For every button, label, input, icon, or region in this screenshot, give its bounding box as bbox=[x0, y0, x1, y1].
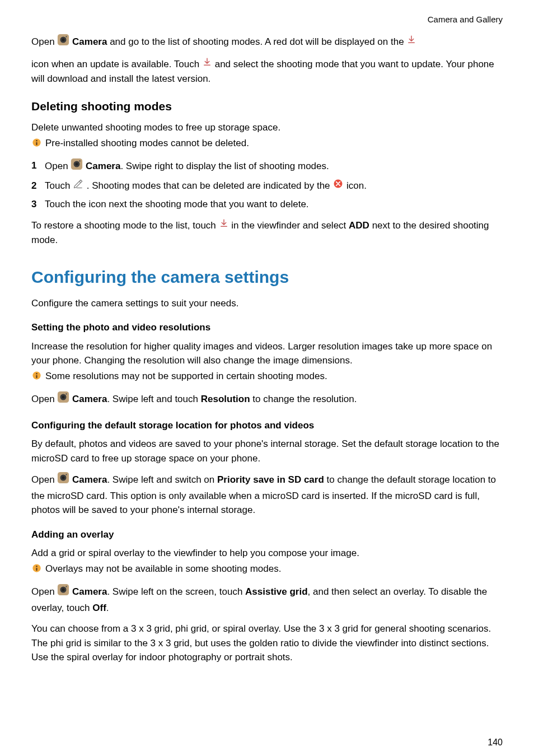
camera-icon bbox=[57, 34, 69, 50]
configuring-intro: Configure the camera settings to suit yo… bbox=[31, 296, 503, 311]
text: icon. bbox=[346, 180, 367, 191]
storage-p2: Open Camera. Swipe left and switch on Pr… bbox=[31, 472, 503, 517]
header-section: Camera and Gallery bbox=[31, 13, 503, 26]
camera-label: Camera bbox=[72, 36, 107, 47]
overlay-p1: Add a grid or spiral overlay to the view… bbox=[31, 546, 503, 561]
step-number: 1 bbox=[31, 158, 45, 173]
pencil-icon bbox=[73, 178, 84, 194]
text: . bbox=[106, 603, 109, 613]
resolutions-p1: Increase the resolution for higher quali… bbox=[31, 339, 503, 368]
add-label: ADD bbox=[349, 220, 369, 231]
note-preinstalled: Pre-installed shooting modes cannot be d… bbox=[31, 136, 503, 152]
camera-label: Camera bbox=[72, 586, 107, 597]
text: Open bbox=[45, 161, 71, 172]
text: . Swipe left and touch bbox=[107, 394, 200, 404]
step-body: Touch . Shooting modes that can be delet… bbox=[45, 179, 367, 194]
heading-resolutions: Setting the photo and video resolutions bbox=[31, 320, 503, 335]
note-resolutions: Some resolutions may not be supported in… bbox=[31, 369, 503, 385]
heading-deleting: Deleting shooting modes bbox=[31, 97, 503, 115]
text: to change the resolution. bbox=[250, 394, 357, 404]
resolutions-p2: Open Camera. Swipe left and touch Resolu… bbox=[31, 391, 503, 408]
step-number: 3 bbox=[31, 197, 45, 212]
delete-cross-icon bbox=[332, 178, 344, 194]
download-icon bbox=[406, 35, 416, 49]
heading-storage: Configuring the default storage location… bbox=[31, 418, 503, 433]
deleting-p1: Delete unwanted shooting modes to free u… bbox=[31, 120, 503, 135]
resolution-label: Resolution bbox=[201, 394, 250, 404]
off-label: Off bbox=[92, 603, 106, 613]
step-body: Open Camera. Swipe right to display the … bbox=[45, 158, 329, 175]
camera-label: Camera bbox=[72, 394, 107, 404]
text: . Swipe right to display the list of sho… bbox=[120, 161, 329, 172]
text: Open bbox=[31, 36, 57, 47]
overlay-p3: You can choose from a 3 x 3 grid, phi gr… bbox=[31, 622, 503, 665]
info-icon bbox=[31, 563, 42, 578]
text: and go to the list of shooting modes. A … bbox=[107, 36, 406, 47]
download-icon bbox=[219, 218, 229, 233]
step-1: 1 Open Camera. Swipe right to display th… bbox=[31, 158, 503, 175]
text: Open bbox=[31, 474, 57, 485]
step-body: Touch the icon next the shooting mode th… bbox=[45, 197, 309, 212]
text: icon when an update is available. Touch bbox=[31, 59, 202, 69]
note-overlay: Overlays may not be available in some sh… bbox=[31, 562, 503, 578]
storage-p1: By default, photos and videos are saved … bbox=[31, 437, 503, 465]
camera-icon bbox=[57, 391, 69, 408]
intro-paragraph: Open Camera and go to the list of shooti… bbox=[31, 34, 503, 51]
text: To restore a shooting mode to the list, … bbox=[31, 220, 219, 231]
camera-icon bbox=[57, 584, 69, 600]
note-text: Some resolutions may not be supported in… bbox=[45, 369, 327, 384]
step-number: 2 bbox=[31, 179, 45, 193]
overlay-p2: Open Camera. Swipe left on the screen, t… bbox=[31, 584, 503, 615]
sd-label: Priority save in SD card bbox=[217, 474, 324, 485]
text: Open bbox=[31, 394, 57, 404]
text: . Swipe left on the screen, touch bbox=[107, 586, 245, 597]
note-text: Overlays may not be available in some sh… bbox=[45, 562, 281, 576]
camera-icon bbox=[57, 472, 69, 488]
page-number: 140 bbox=[488, 736, 503, 749]
text: . Shooting modes that can be deleted are… bbox=[87, 180, 332, 191]
note-text: Pre-installed shooting modes cannot be d… bbox=[45, 136, 249, 151]
info-icon bbox=[31, 370, 42, 385]
text: . Swipe left and switch on bbox=[107, 474, 217, 485]
step-3: 3 Touch the icon next the shooting mode … bbox=[31, 197, 503, 212]
info-icon bbox=[31, 137, 42, 152]
camera-label: Camera bbox=[72, 474, 107, 485]
heading-overlay: Adding an overlay bbox=[31, 528, 503, 542]
download-icon bbox=[202, 57, 212, 72]
assistive-grid-label: Assistive grid bbox=[245, 586, 308, 597]
camera-icon bbox=[71, 158, 83, 175]
text: in the viewfinder and select bbox=[231, 220, 349, 231]
camera-label: Camera bbox=[86, 161, 120, 172]
text: Touch bbox=[45, 180, 73, 191]
text: Open bbox=[31, 586, 57, 597]
heading-configuring: Configuring the camera settings bbox=[31, 264, 503, 290]
intro-paragraph-2: icon when an update is available. Touch … bbox=[31, 57, 503, 86]
deleting-restore: To restore a shooting mode to the list, … bbox=[31, 218, 503, 248]
step-2: 2 Touch . Shooting modes that can be del… bbox=[31, 179, 503, 194]
